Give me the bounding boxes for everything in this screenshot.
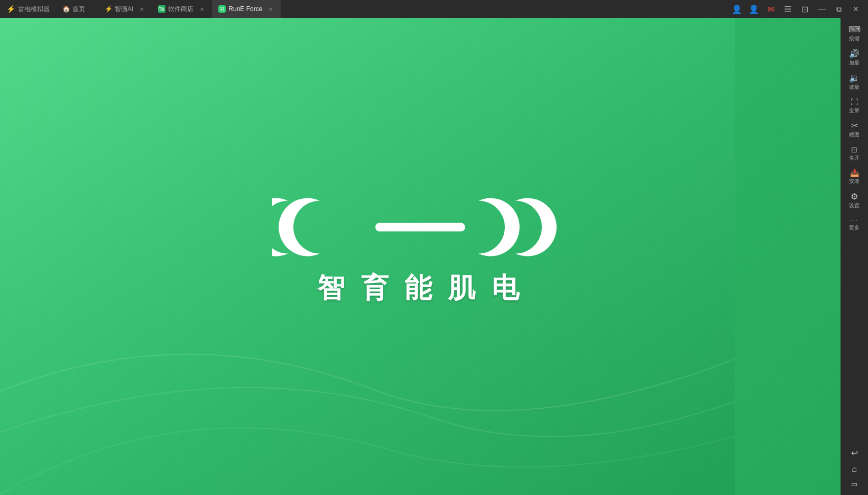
tab-ai-label: 智画AI [115,5,133,14]
side-btn-volume-down[interactable]: 🔉 减量 [843,71,866,94]
side-btn-fullscreen[interactable]: ⛶ 全屏 [843,95,866,117]
screenshot-label: 截图 [849,131,860,139]
split-icon[interactable]: ⊡ [797,2,812,16]
titlebar: ⚡ 雷电模拟器 🏠 首页 ⚡ 智画AI ✕ 🛍 软件商店 ✕ R RunE Fo… [0,0,868,18]
fullscreen-label: 全屏 [849,107,860,114]
multi-label: 多开 [849,154,860,162]
install-icon: 📥 [850,169,859,177]
tab-ai-icon: ⚡ [105,5,112,13]
tab-rune[interactable]: R RunE Force ✕ [212,0,281,18]
settings-icon: ⚙ [851,192,858,201]
tab-rune-close[interactable]: ✕ [267,5,274,13]
side-toolbar: ⌨ 按键 🔊 加量 🔉 减量 ⛶ 全屏 ✂ 截图 ⊡ 多开 📥 安装 ⚙ 设置 … [841,18,868,495]
tab-home[interactable]: 🏠 首页 [56,0,98,18]
recents-icon: ▭ [851,481,857,488]
minimize-button[interactable]: — [814,2,830,16]
right-icons: 👤 👤 ✉ ☰ ⊡ [730,2,814,16]
side-btn-more[interactable]: ··· 更多 [843,214,866,235]
side-btn-volume-up[interactable]: 🔊 加量 [843,47,866,70]
more-label: 更多 [849,224,860,232]
restore-button[interactable]: ⧉ [831,2,847,16]
tab-shop-icon: 🛍 [158,5,165,13]
app-icon: ⚡ [6,5,15,13]
side-btn-screenshot[interactable]: ✂ 截图 [843,118,866,142]
volume-down-icon: 🔉 [849,74,860,82]
logo-text: 智 育 能 肌 电 [317,270,523,307]
keyboard-icon: ⌨ [848,25,861,34]
menu-icon[interactable]: ☰ [780,2,795,16]
volume-down-label: 减量 [849,84,860,91]
side-btn-multi[interactable]: ⊡ 多开 [843,143,866,165]
keyboard-label: 按键 [849,35,860,42]
side-btn-recents[interactable]: ▭ [843,478,866,491]
app-name: 雷电模拟器 [18,5,50,14]
install-label: 安装 [849,178,860,185]
user-icon[interactable]: 👤 [746,2,761,16]
logo-svg [272,196,568,259]
side-btn-home-nav[interactable]: ⌂ [843,462,866,476]
side-btn-install[interactable]: 📥 安装 [843,166,866,188]
main-content: 智 育 能 肌 电 [0,18,841,495]
settings-label: 设置 [849,202,860,209]
tab-shop-label: 软件商店 [168,5,193,14]
volume-up-label: 加量 [849,59,860,67]
tab-rune-label: RunE Force [228,5,262,13]
home-nav-icon: ⌂ [852,465,857,473]
svg-rect-1 [375,223,465,232]
tab-ai-close[interactable]: ✕ [138,5,145,13]
window-controls: — ⧉ ✕ [814,2,868,16]
tab-group: 🏠 首页 ⚡ 智画AI ✕ 🛍 软件商店 ✕ R RunE Force ✕ [56,0,730,18]
side-btn-keyboard[interactable]: ⌨ 按键 [843,22,866,45]
fullscreen-icon: ⛶ [851,98,858,106]
tab-ai[interactable]: ⚡ 智画AI ✕ [98,0,152,18]
side-btn-settings[interactable]: ⚙ 设置 [843,189,866,213]
volume-up-icon: 🔊 [849,50,860,58]
tab-home-icon: 🏠 [62,5,70,13]
tab-shop[interactable]: 🛍 软件商店 ✕ [152,0,212,18]
side-btn-back[interactable]: ↩ [843,446,866,461]
mail-icon[interactable]: ✉ [763,2,778,16]
logo-symbol [272,196,568,259]
screenshot-icon: ✂ [851,122,858,130]
multi-icon: ⊡ [851,146,857,153]
profile-icon[interactable]: 👤 [730,2,744,16]
logo-container: 智 育 能 肌 电 [272,196,568,307]
back-icon: ↩ [851,449,858,457]
more-icon: ··· [851,217,857,223]
close-button[interactable]: ✕ [848,2,864,16]
tab-rune-icon: R [218,5,226,13]
tab-home-label: 首页 [72,5,85,14]
tab-shop-close[interactable]: ✕ [198,5,206,13]
app-label: ⚡ 雷电模拟器 [0,0,56,18]
